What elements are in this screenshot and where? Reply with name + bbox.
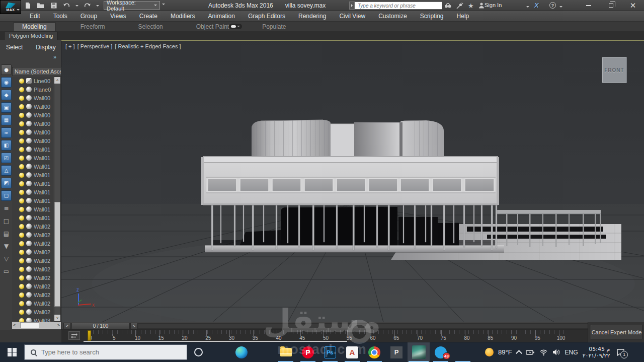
visibility-bulb-icon[interactable] — [19, 233, 24, 238]
p-app-icon[interactable]: P — [385, 342, 408, 362]
scroll-left-icon[interactable]: < — [13, 323, 16, 328]
se-menu-display[interactable]: Display — [33, 43, 58, 52]
viewcube[interactable]: FRONT — [602, 57, 627, 83]
mail-icon[interactable] — [253, 342, 275, 362]
display-bones-icon[interactable]: △ — [1, 165, 12, 176]
undo-icon[interactable] — [62, 2, 71, 10]
minimize-button[interactable] — [578, 0, 600, 11]
perspective-viewport[interactable]: [ + ] [ Perspective ] [ Realistic + Edge… — [61, 40, 644, 322]
menu-civil-view[interactable]: Civil View — [333, 11, 372, 22]
visibility-bulb-icon[interactable] — [19, 138, 24, 143]
visibility-bulb-icon[interactable] — [19, 284, 24, 289]
visibility-bulb-icon[interactable] — [19, 241, 24, 246]
redo-icon[interactable] — [83, 2, 92, 10]
taskbar-search-box[interactable] — [24, 344, 187, 360]
search-history-icon[interactable] — [349, 2, 355, 10]
visibility-bulb-icon[interactable] — [19, 147, 24, 152]
visibility-bulb-icon[interactable] — [19, 104, 24, 109]
se-menu-select[interactable]: Select — [3, 43, 26, 52]
menu-views[interactable]: Views — [104, 11, 133, 22]
battery-icon[interactable] — [526, 348, 535, 356]
clock[interactable]: 05:45 م ٢٠٢١/٠٩/٢٢ — [583, 346, 610, 359]
scene-object-row[interactable]: Plane0 — [12, 85, 53, 94]
name-column-header[interactable]: Name (Sorted Ascend — [12, 67, 61, 76]
viewport-view-menu[interactable]: [ Perspective ] — [77, 43, 113, 49]
telegram-icon[interactable]: 43 — [430, 342, 452, 362]
scene-object-row[interactable]: Wall00 — [12, 128, 53, 136]
visibility-bulb-icon[interactable] — [19, 224, 24, 229]
scene-object-row[interactable]: Wall01 — [12, 205, 53, 213]
display-groups-icon[interactable]: ◧ — [1, 140, 12, 151]
scene-object-row[interactable]: Wall02 — [12, 256, 53, 265]
visibility-bulb-icon[interactable] — [19, 113, 24, 118]
trackbar-scroll-thumb[interactable] — [84, 341, 347, 342]
taskbar-search-input[interactable] — [41, 348, 167, 356]
scene-object-row[interactable]: Wall01 — [12, 171, 53, 179]
start-button[interactable] — [0, 342, 24, 362]
help-dropdown-icon[interactable] — [559, 6, 562, 9]
visibility-bulb-icon[interactable] — [19, 181, 24, 186]
communication-center-icon[interactable] — [456, 2, 464, 9]
display-space-warps-icon[interactable]: ≈ — [1, 127, 12, 138]
scene-object-row[interactable]: Wall02 — [12, 239, 53, 248]
chrome-icon[interactable] — [363, 342, 385, 362]
visibility-bulb-icon[interactable] — [19, 164, 24, 169]
show-all-icon[interactable]: □ — [1, 215, 12, 226]
display-containers-icon[interactable]: ▢ — [1, 190, 12, 201]
menu-graph-editors[interactable]: Graph Editors — [242, 11, 292, 22]
menu-rendering[interactable]: Rendering — [292, 11, 333, 22]
visibility-bulb-icon[interactable] — [19, 121, 24, 126]
visibility-bulb-icon[interactable] — [19, 87, 24, 92]
menu-edit[interactable]: Edit — [23, 11, 47, 22]
menu-group[interactable]: Group — [74, 11, 104, 22]
visibility-bulb-icon[interactable] — [19, 156, 24, 161]
open-mini-curve-editor-icon[interactable] — [68, 331, 80, 340]
display-helpers-icon[interactable]: ▦ — [1, 115, 12, 125]
visibility-bulb-icon[interactable] — [19, 215, 24, 221]
menu-customize[interactable]: Customize — [372, 11, 414, 22]
scene-object-row[interactable]: Wall01 — [12, 162, 53, 171]
new-file-icon[interactable] — [23, 2, 32, 10]
filter-icon[interactable]: ▼ — [1, 241, 12, 251]
measure-icon[interactable]: ▭ — [1, 266, 12, 276]
scene-object-row[interactable]: Wall02 — [12, 231, 53, 239]
application-menu-button[interactable]: MAX — [0, 0, 21, 14]
scene-object-row[interactable]: Wall02 — [12, 222, 53, 231]
menu-tools[interactable]: Tools — [47, 11, 74, 22]
scene-object-row[interactable]: Wall02 — [12, 291, 53, 299]
cancel-expert-mode-button[interactable]: Cancel Expert Mode — [591, 325, 642, 339]
cortana-button[interactable] — [188, 342, 208, 362]
wifi-icon[interactable] — [539, 348, 548, 356]
open-file-icon[interactable] — [36, 2, 45, 10]
scene-object-row[interactable]: Wall02 — [12, 299, 53, 308]
scene-object-row[interactable]: Wall02 — [12, 265, 53, 273]
close-button[interactable]: ✕ — [622, 0, 644, 11]
scene-object-row[interactable]: Wall01 — [12, 188, 53, 196]
next-frame-button[interactable]: > — [130, 323, 138, 329]
current-frame-marker[interactable] — [88, 330, 91, 341]
display-shapes-icon[interactable]: ◉ — [1, 77, 12, 88]
workspace-extra-dropdown-icon[interactable] — [162, 4, 165, 7]
redo-dropdown-icon[interactable] — [96, 5, 99, 8]
autocad-icon[interactable]: A — [341, 342, 363, 362]
3ds-max-window-icon[interactable] — [408, 342, 430, 362]
exchange-store-icon[interactable]: X — [534, 2, 539, 9]
scene-object-row[interactable]: Wall02 — [12, 282, 53, 291]
viewport-shading-menu[interactable]: [ Realistic + Edged Faces ] — [115, 43, 181, 49]
scroll-right-icon[interactable]: > — [57, 323, 60, 328]
visibility-bulb-icon[interactable] — [19, 275, 24, 280]
menu-help[interactable]: Help — [450, 11, 476, 22]
scene-object-row[interactable]: Wall01 — [12, 196, 53, 205]
display-lights-icon[interactable]: ◆ — [1, 90, 12, 100]
temperature-label[interactable]: 89°F — [498, 348, 512, 356]
time-slider-handle[interactable]: 0 / 100 — [71, 323, 130, 329]
scene-object-row[interactable]: Wall01 — [12, 213, 53, 222]
panel-expand-chevron[interactable]: » — [53, 54, 56, 60]
visibility-bulb-icon[interactable] — [19, 310, 24, 315]
visibility-bulb-icon[interactable] — [19, 190, 24, 195]
menu-create[interactable]: Create — [133, 11, 164, 22]
vertical-scroll-thumb[interactable] — [54, 202, 60, 307]
favorites-star-icon[interactable]: ★ — [468, 2, 476, 9]
people-search-icon[interactable] — [452, 342, 474, 362]
scene-object-row[interactable]: Wall00 — [12, 119, 53, 128]
